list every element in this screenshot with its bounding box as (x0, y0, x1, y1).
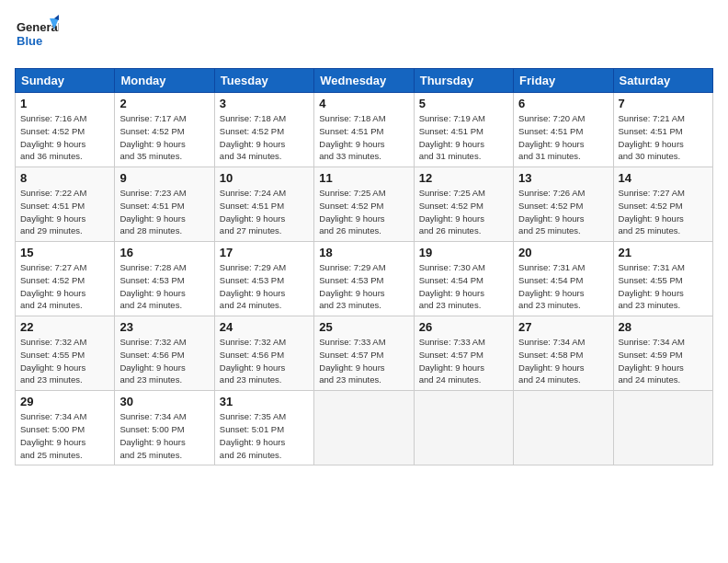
day-info: Sunrise: 7:27 AM Sunset: 4:52 PM Dayligh… (20, 261, 109, 312)
calendar-cell: 13Sunrise: 7:26 AM Sunset: 4:52 PM Dayli… (514, 167, 613, 242)
day-info: Sunrise: 7:33 AM Sunset: 4:57 PM Dayligh… (319, 336, 408, 386)
header: General Blue (15, 15, 713, 59)
calendar-cell: 15Sunrise: 7:27 AM Sunset: 4:52 PM Dayli… (16, 242, 115, 316)
day-number: 3 (220, 97, 309, 110)
day-number: 15 (20, 246, 109, 259)
weekday-header-thursday: Thursday (414, 69, 513, 93)
day-number: 13 (518, 171, 608, 185)
day-info: Sunrise: 7:32 AM Sunset: 4:55 PM Dayligh… (20, 336, 109, 386)
calendar-cell: 24Sunrise: 7:32 AM Sunset: 4:56 PM Dayli… (214, 316, 313, 391)
calendar-cell (613, 391, 712, 465)
day-number: 29 (20, 395, 109, 408)
calendar-cell: 9Sunrise: 7:23 AM Sunset: 4:51 PM Daylig… (115, 167, 214, 242)
calendar-cell: 25Sunrise: 7:33 AM Sunset: 4:57 PM Dayli… (314, 316, 414, 391)
week-row-3: 15Sunrise: 7:27 AM Sunset: 4:52 PM Dayli… (16, 242, 713, 316)
day-info: Sunrise: 7:33 AM Sunset: 4:57 PM Dayligh… (419, 336, 508, 386)
day-info: Sunrise: 7:31 AM Sunset: 4:54 PM Dayligh… (518, 261, 608, 312)
week-row-1: 1Sunrise: 7:16 AM Sunset: 4:52 PM Daylig… (16, 93, 713, 167)
day-info: Sunrise: 7:32 AM Sunset: 4:56 PM Dayligh… (119, 336, 209, 386)
weekday-header-tuesday: Tuesday (214, 69, 313, 93)
calendar-cell: 29Sunrise: 7:34 AM Sunset: 5:00 PM Dayli… (16, 391, 115, 465)
day-info: Sunrise: 7:23 AM Sunset: 4:51 PM Dayligh… (119, 187, 209, 237)
day-number: 6 (518, 97, 608, 110)
day-number: 18 (319, 246, 408, 259)
weekday-header-row: SundayMondayTuesdayWednesdayThursdayFrid… (16, 69, 713, 93)
day-info: Sunrise: 7:35 AM Sunset: 5:01 PM Dayligh… (220, 410, 309, 461)
calendar-cell: 30Sunrise: 7:34 AM Sunset: 5:00 PM Dayli… (115, 391, 214, 465)
day-number: 14 (619, 171, 708, 185)
day-number: 28 (619, 320, 708, 334)
calendar-cell (514, 391, 613, 465)
day-info: Sunrise: 7:19 AM Sunset: 4:51 PM Dayligh… (419, 112, 508, 163)
day-number: 11 (319, 171, 408, 185)
day-info: Sunrise: 7:34 AM Sunset: 4:58 PM Dayligh… (518, 336, 608, 386)
logo: General Blue (15, 15, 59, 59)
day-number: 20 (518, 246, 608, 259)
day-number: 4 (319, 97, 408, 110)
logo-svg: General Blue (15, 15, 59, 59)
weekday-header-monday: Monday (115, 69, 214, 93)
calendar-table: SundayMondayTuesdayWednesdayThursdayFrid… (15, 68, 713, 465)
calendar-cell: 10Sunrise: 7:24 AM Sunset: 4:51 PM Dayli… (214, 167, 313, 242)
day-number: 1 (20, 97, 109, 110)
weekday-header-saturday: Saturday (613, 69, 712, 93)
calendar-cell: 27Sunrise: 7:34 AM Sunset: 4:58 PM Dayli… (514, 316, 613, 391)
calendar-cell: 1Sunrise: 7:16 AM Sunset: 4:52 PM Daylig… (16, 93, 115, 167)
day-info: Sunrise: 7:27 AM Sunset: 4:52 PM Dayligh… (619, 187, 708, 237)
day-number: 22 (20, 320, 109, 334)
calendar-cell: 4Sunrise: 7:18 AM Sunset: 4:51 PM Daylig… (314, 93, 414, 167)
calendar-cell: 22Sunrise: 7:32 AM Sunset: 4:55 PM Dayli… (16, 316, 115, 391)
day-info: Sunrise: 7:25 AM Sunset: 4:52 PM Dayligh… (419, 187, 508, 237)
calendar-cell: 12Sunrise: 7:25 AM Sunset: 4:52 PM Dayli… (414, 167, 513, 242)
day-info: Sunrise: 7:34 AM Sunset: 4:59 PM Dayligh… (619, 336, 708, 386)
calendar-cell: 20Sunrise: 7:31 AM Sunset: 4:54 PM Dayli… (514, 242, 613, 316)
calendar-cell: 26Sunrise: 7:33 AM Sunset: 4:57 PM Dayli… (414, 316, 513, 391)
calendar-cell: 23Sunrise: 7:32 AM Sunset: 4:56 PM Dayli… (115, 316, 214, 391)
calendar-cell: 18Sunrise: 7:29 AM Sunset: 4:53 PM Dayli… (314, 242, 414, 316)
day-number: 23 (119, 320, 209, 334)
calendar-cell: 11Sunrise: 7:25 AM Sunset: 4:52 PM Dayli… (314, 167, 414, 242)
day-number: 31 (220, 395, 309, 408)
day-number: 27 (518, 320, 608, 334)
calendar-cell (414, 391, 513, 465)
week-row-4: 22Sunrise: 7:32 AM Sunset: 4:55 PM Dayli… (16, 316, 713, 391)
week-row-2: 8Sunrise: 7:22 AM Sunset: 4:51 PM Daylig… (16, 167, 713, 242)
day-number: 19 (419, 246, 508, 259)
weekday-header-friday: Friday (514, 69, 613, 93)
day-number: 16 (119, 246, 209, 259)
calendar-cell: 28Sunrise: 7:34 AM Sunset: 4:59 PM Dayli… (613, 316, 712, 391)
calendar-cell: 5Sunrise: 7:19 AM Sunset: 4:51 PM Daylig… (414, 93, 513, 167)
day-info: Sunrise: 7:34 AM Sunset: 5:00 PM Dayligh… (20, 410, 109, 461)
svg-text:Blue: Blue (17, 34, 42, 48)
day-info: Sunrise: 7:34 AM Sunset: 5:00 PM Dayligh… (119, 410, 209, 461)
calendar-cell: 31Sunrise: 7:35 AM Sunset: 5:01 PM Dayli… (214, 391, 313, 465)
calendar-body: 1Sunrise: 7:16 AM Sunset: 4:52 PM Daylig… (16, 93, 713, 465)
day-number: 12 (419, 171, 508, 185)
page: General Blue SundayMondayTuesdayWednesda… (0, 0, 728, 563)
calendar-cell: 21Sunrise: 7:31 AM Sunset: 4:55 PM Dayli… (613, 242, 712, 316)
day-info: Sunrise: 7:21 AM Sunset: 4:51 PM Dayligh… (619, 112, 708, 163)
calendar-cell (314, 391, 414, 465)
calendar-cell: 2Sunrise: 7:17 AM Sunset: 4:52 PM Daylig… (115, 93, 214, 167)
day-info: Sunrise: 7:22 AM Sunset: 4:51 PM Dayligh… (20, 187, 109, 237)
day-number: 17 (220, 246, 309, 259)
day-info: Sunrise: 7:20 AM Sunset: 4:51 PM Dayligh… (518, 112, 608, 163)
weekday-header-wednesday: Wednesday (314, 69, 414, 93)
day-number: 26 (419, 320, 508, 334)
day-info: Sunrise: 7:29 AM Sunset: 4:53 PM Dayligh… (220, 261, 309, 312)
calendar-cell: 17Sunrise: 7:29 AM Sunset: 4:53 PM Dayli… (214, 242, 313, 316)
weekday-header-sunday: Sunday (16, 69, 115, 93)
day-number: 25 (319, 320, 408, 334)
calendar-cell: 8Sunrise: 7:22 AM Sunset: 4:51 PM Daylig… (16, 167, 115, 242)
calendar-cell: 14Sunrise: 7:27 AM Sunset: 4:52 PM Dayli… (613, 167, 712, 242)
day-info: Sunrise: 7:28 AM Sunset: 4:53 PM Dayligh… (119, 261, 209, 312)
day-info: Sunrise: 7:29 AM Sunset: 4:53 PM Dayligh… (319, 261, 408, 312)
calendar-cell: 3Sunrise: 7:18 AM Sunset: 4:52 PM Daylig… (214, 93, 313, 167)
day-info: Sunrise: 7:18 AM Sunset: 4:52 PM Dayligh… (220, 112, 309, 163)
day-number: 8 (20, 171, 109, 185)
day-info: Sunrise: 7:24 AM Sunset: 4:51 PM Dayligh… (220, 187, 309, 237)
week-row-5: 29Sunrise: 7:34 AM Sunset: 5:00 PM Dayli… (16, 391, 713, 465)
day-number: 24 (220, 320, 309, 334)
day-info: Sunrise: 7:26 AM Sunset: 4:52 PM Dayligh… (518, 187, 608, 237)
day-number: 10 (220, 171, 309, 185)
